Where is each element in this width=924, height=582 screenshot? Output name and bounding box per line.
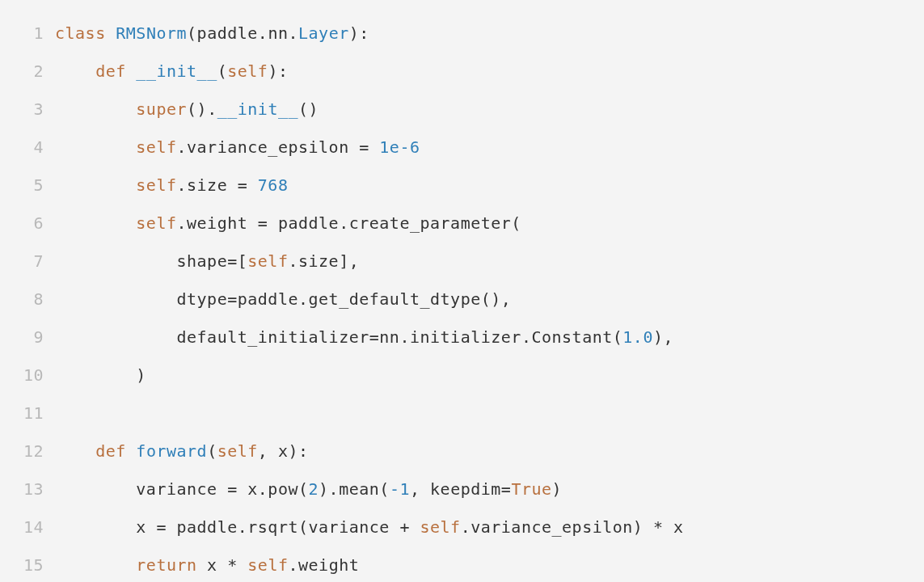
code-line: 9 default_initializer=nn.initializer.Con… [19, 318, 905, 356]
code-token: super [136, 99, 187, 119]
code-token: self [247, 251, 288, 271]
code-token: self [136, 137, 176, 157]
code-token: () [298, 99, 319, 119]
code-content: class RMSNorm(paddle.nn.Layer): [55, 15, 369, 53]
code-token: ).mean( [319, 479, 390, 499]
code-token: ): [349, 23, 369, 43]
code-token: 1.0 [622, 327, 653, 347]
code-token: (). [187, 99, 217, 119]
code-token [55, 61, 95, 81]
code-token: forward [136, 441, 207, 461]
code-token: , x): [258, 441, 309, 461]
code-token: 2 [309, 479, 319, 499]
code-token [55, 175, 136, 195]
code-token: , keepdim= [410, 479, 511, 499]
code-line: 14 x = paddle.rsqrt(variance + self.vari… [19, 508, 905, 546]
code-token: .size], [288, 251, 359, 271]
code-token: variance = x.pow( [55, 479, 309, 499]
code-token [55, 555, 136, 575]
line-number: 10 [19, 356, 44, 394]
line-number: 14 [19, 508, 44, 546]
code-content: shape=[self.size], [55, 242, 359, 280]
code-line: 7 shape=[self.size], [19, 242, 905, 280]
code-token: ( [207, 441, 217, 461]
code-token: .variance_epsilon) * x [461, 517, 684, 537]
code-token [55, 137, 136, 157]
code-token: ( [217, 61, 228, 81]
code-content: def forward(self, x): [55, 432, 309, 470]
code-line: 13 variance = x.pow(2).mean(-1, keepdim=… [19, 470, 905, 508]
code-line: 15 return x * self.weight [19, 546, 905, 582]
code-token [126, 441, 137, 461]
line-number: 7 [19, 242, 44, 280]
code-content: self.variance_epsilon = 1e-6 [55, 129, 420, 167]
code-token: .size = [177, 175, 258, 195]
code-line: 5 self.size = 768 [19, 167, 905, 205]
code-content: self.size = 768 [55, 167, 288, 205]
line-number: 6 [19, 205, 44, 242]
code-line: 2 def __init__(self): [19, 53, 905, 91]
line-number: 4 [19, 129, 44, 167]
code-content: variance = x.pow(2).mean(-1, keepdim=Tru… [55, 470, 562, 508]
code-token: shape=[ [55, 251, 247, 271]
code-token: return [136, 555, 196, 575]
code-token: dtype=paddle.get_default_dtype(), [55, 289, 511, 309]
code-token: .weight = paddle.create_parameter( [177, 213, 521, 233]
code-token [55, 441, 95, 461]
code-token [55, 213, 136, 233]
code-content: def __init__(self): [55, 53, 288, 91]
code-content: super().__init__() [55, 91, 319, 129]
line-number: 1 [19, 15, 44, 53]
code-token: ) [55, 365, 146, 385]
line-number: 3 [19, 91, 44, 129]
code-token [106, 23, 116, 43]
line-number: 5 [19, 167, 44, 205]
code-token: x * [197, 555, 248, 575]
code-token: __init__ [217, 99, 298, 119]
code-token: def [95, 441, 126, 461]
code-content: ) [55, 356, 146, 394]
code-line: 1class RMSNorm(paddle.nn.Layer): [19, 15, 905, 53]
code-line: 8 dtype=paddle.get_default_dtype(), [19, 280, 905, 318]
code-token: self [227, 61, 268, 81]
code-line: 6 self.weight = paddle.create_parameter( [19, 205, 905, 242]
code-token: x = paddle.rsqrt(variance + [55, 517, 420, 537]
code-token: def [95, 61, 126, 81]
code-token: .variance_epsilon = [177, 137, 380, 157]
code-token: self [217, 441, 258, 461]
code-line: 12 def forward(self, x): [19, 432, 905, 470]
code-content: x = paddle.rsqrt(variance + self.varianc… [55, 508, 684, 546]
code-token: self [136, 175, 176, 195]
code-token: class [55, 23, 106, 43]
line-number: 15 [19, 546, 44, 582]
code-token: True [511, 479, 551, 499]
line-number: 12 [19, 432, 44, 470]
code-token: default_initializer=nn.initializer.Const… [55, 327, 622, 347]
code-token: self [136, 213, 176, 233]
code-token: RMSNorm [116, 23, 187, 43]
code-token: ) [552, 479, 563, 499]
code-token: Layer [298, 23, 349, 43]
code-token: .weight [288, 555, 359, 575]
code-content: default_initializer=nn.initializer.Const… [55, 318, 673, 356]
line-number: 9 [19, 318, 44, 356]
code-token: 768 [258, 175, 289, 195]
code-line: 10 ) [19, 356, 905, 394]
code-token: -1 [390, 479, 410, 499]
code-token: ), [653, 327, 673, 347]
code-content: self.weight = paddle.create_parameter( [55, 205, 521, 242]
code-token [55, 99, 136, 119]
code-token: ): [268, 61, 288, 81]
code-token: 1e-6 [379, 137, 420, 157]
code-block: 1class RMSNorm(paddle.nn.Layer):2 def __… [19, 15, 905, 582]
code-token: self [420, 517, 460, 537]
code-token [126, 61, 137, 81]
code-token: (paddle.nn. [187, 23, 298, 43]
line-number: 11 [19, 394, 44, 432]
line-number: 8 [19, 280, 44, 318]
code-token: __init__ [136, 61, 217, 81]
code-content: return x * self.weight [55, 546, 359, 582]
code-line: 3 super().__init__() [19, 91, 905, 129]
code-line: 11 [19, 394, 905, 432]
code-token: self [247, 555, 288, 575]
